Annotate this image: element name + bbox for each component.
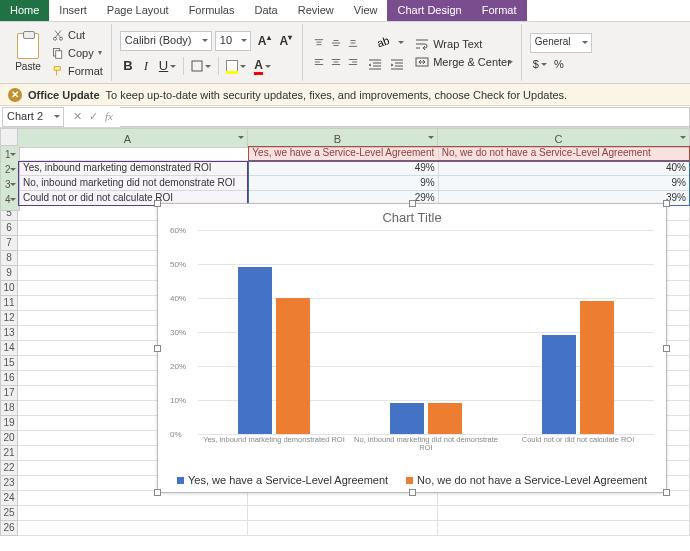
bar[interactable] — [276, 298, 310, 434]
col-header-b[interactable]: B — [248, 128, 438, 148]
accept-formula-icon[interactable]: ✓ — [86, 110, 100, 123]
bar-group[interactable]: Could not or did not calculate ROI — [502, 230, 654, 434]
cell[interactable]: 9% — [439, 176, 690, 191]
cell[interactable]: Yes, inbound marketing demonstrated ROI — [20, 161, 249, 176]
paste-button[interactable]: Paste — [10, 25, 46, 81]
tab-chart-design[interactable]: Chart Design — [387, 0, 471, 21]
resize-handle[interactable] — [663, 345, 670, 352]
row-header[interactable]: 23 — [0, 476, 18, 491]
row-header[interactable]: 24 — [0, 491, 18, 506]
align-top-button[interactable] — [311, 34, 327, 52]
format-painter-button[interactable]: Format — [50, 63, 105, 79]
tab-page-layout[interactable]: Page Layout — [97, 0, 179, 21]
align-middle-button[interactable] — [328, 34, 344, 52]
cell[interactable]: 49% — [249, 161, 438, 176]
percent-button[interactable]: % — [551, 55, 567, 73]
row-header[interactable]: 26 — [0, 521, 18, 536]
align-bottom-button[interactable] — [345, 34, 361, 52]
row-header[interactable]: 13 — [0, 326, 18, 341]
resize-handle[interactable] — [154, 200, 161, 207]
bold-button[interactable]: B — [120, 57, 136, 75]
cell[interactable]: No, inbound marketing did not demonstrat… — [20, 176, 249, 191]
row-header[interactable]: 21 — [0, 446, 18, 461]
row-header[interactable]: 4 — [0, 191, 20, 211]
cut-button[interactable]: Cut — [50, 27, 105, 43]
tab-format[interactable]: Format — [472, 0, 527, 21]
cell[interactable]: 40% — [439, 161, 690, 176]
font-size-select[interactable]: 10 — [215, 31, 251, 51]
chart-object[interactable]: Chart Title 0%10%20%30%40%50%60%Yes, inb… — [157, 203, 667, 493]
tab-view[interactable]: View — [344, 0, 388, 21]
row-header[interactable]: 14 — [0, 341, 18, 356]
border-button[interactable] — [188, 57, 214, 75]
name-box[interactable]: Chart 2 — [2, 107, 64, 127]
merge-center-button[interactable]: Merge & Center — [411, 54, 515, 70]
row-header[interactable]: 11 — [0, 296, 18, 311]
indent-increase-button[interactable] — [387, 55, 407, 73]
tab-home[interactable]: Home — [0, 0, 49, 21]
align-left-button[interactable] — [311, 53, 327, 71]
bar[interactable] — [580, 301, 614, 434]
row-header[interactable]: 22 — [0, 461, 18, 476]
indent-decrease-button[interactable] — [365, 55, 385, 73]
row-header[interactable]: 12 — [0, 311, 18, 326]
align-right-button[interactable] — [345, 53, 361, 71]
underline-button[interactable]: U — [156, 57, 179, 75]
bar[interactable] — [390, 403, 424, 434]
row-header[interactable]: 19 — [0, 416, 18, 431]
col-header-c[interactable]: C — [438, 128, 690, 148]
row-header[interactable]: 17 — [0, 386, 18, 401]
resize-handle[interactable] — [154, 489, 161, 496]
font-color-button[interactable]: A — [251, 57, 274, 75]
row-header[interactable]: 8 — [0, 251, 18, 266]
grow-font-button[interactable]: A▴ — [254, 31, 275, 50]
row-header[interactable]: 16 — [0, 371, 18, 386]
fill-color-button[interactable] — [223, 57, 249, 75]
number-format-select[interactable]: General — [530, 33, 592, 53]
row-header[interactable]: 20 — [0, 431, 18, 446]
worksheet[interactable]: A B C 1Yes, we have a Service-Level Agre… — [0, 128, 690, 536]
tab-data[interactable]: Data — [244, 0, 287, 21]
col-header-a[interactable]: A — [18, 128, 248, 148]
cancel-formula-icon[interactable]: ✕ — [70, 110, 84, 123]
bar-group[interactable]: No, inbound marketing did not demonstrat… — [350, 230, 502, 434]
orientation-button[interactable]: ab — [365, 33, 407, 51]
wrap-icon — [415, 38, 429, 50]
tab-review[interactable]: Review — [288, 0, 344, 21]
shrink-font-button[interactable]: A▾ — [276, 31, 297, 50]
row-header[interactable]: 25 — [0, 506, 18, 521]
plot-area[interactable]: 0%10%20%30%40%50%60%Yes, inbound marketi… — [198, 230, 654, 434]
resize-handle[interactable] — [663, 489, 670, 496]
copy-button[interactable]: Copy▾ — [50, 45, 105, 61]
chart-legend[interactable]: Yes, we have a Service-Level Agreement N… — [158, 474, 666, 486]
row-header[interactable]: 18 — [0, 401, 18, 416]
bar-group[interactable]: Yes, inbound marketing demonstrated ROI — [198, 230, 350, 434]
row-header[interactable]: 9 — [0, 266, 18, 281]
row-header[interactable]: 10 — [0, 281, 18, 296]
fx-icon[interactable]: fx — [102, 110, 116, 123]
resize-handle[interactable] — [663, 200, 670, 207]
cell[interactable] — [20, 146, 249, 161]
wrap-text-button[interactable]: Wrap Text — [411, 36, 515, 52]
row-header[interactable]: 15 — [0, 356, 18, 371]
bar[interactable] — [238, 267, 272, 434]
bar[interactable] — [428, 403, 462, 434]
tab-insert[interactable]: Insert — [49, 0, 97, 21]
formula-input[interactable] — [120, 107, 690, 127]
cell[interactable]: 9% — [249, 176, 438, 191]
cell[interactable]: No, we do not have a Service-Level Agree… — [439, 146, 690, 161]
font-name-select[interactable]: Calibri (Body) — [120, 31, 212, 51]
resize-handle[interactable] — [409, 489, 416, 496]
row-header[interactable]: 7 — [0, 236, 18, 251]
tab-formulas[interactable]: Formulas — [179, 0, 245, 21]
resize-handle[interactable] — [154, 345, 161, 352]
row-header[interactable]: 6 — [0, 221, 18, 236]
currency-button[interactable]: $ — [530, 55, 550, 73]
bar[interactable] — [542, 335, 576, 434]
italic-button[interactable]: I — [138, 57, 154, 75]
resize-handle[interactable] — [409, 200, 416, 207]
chart-title[interactable]: Chart Title — [158, 204, 666, 227]
select-all-corner[interactable] — [0, 128, 18, 146]
align-center-button[interactable] — [328, 53, 344, 71]
cell[interactable]: Yes, we have a Service-Level Agreement — [249, 146, 438, 161]
